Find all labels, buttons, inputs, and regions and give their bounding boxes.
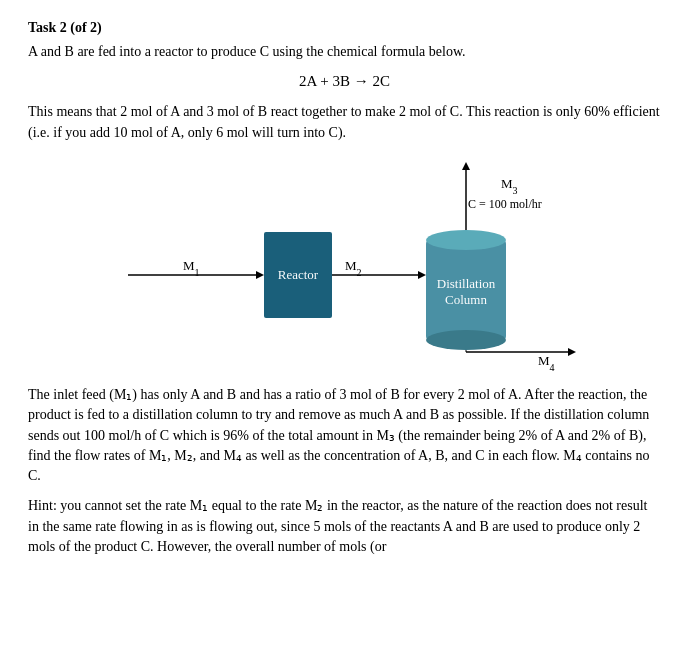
svg-point-9 xyxy=(426,330,506,350)
svg-point-8 xyxy=(426,230,506,250)
svg-text:C = 100 mol/hr: C = 100 mol/hr xyxy=(468,197,542,211)
process-diagram: M1 Reactor M2 Distillation Column M3 C =… xyxy=(28,155,661,375)
distillation-label-line1: Distillation xyxy=(437,276,496,291)
svg-text:M3: M3 xyxy=(501,176,518,196)
svg-marker-16 xyxy=(568,348,576,356)
body-text: The inlet feed (M₁) has only A and B and… xyxy=(28,385,661,486)
reactor-label: Reactor xyxy=(278,267,319,282)
svg-marker-13 xyxy=(462,162,470,170)
explanation-text: This means that 2 mol of A and 3 mol of … xyxy=(28,102,661,143)
svg-marker-2 xyxy=(256,271,264,279)
distillation-label-line2: Column xyxy=(445,292,487,307)
hint-text: Hint: you cannot set the rate M₁ equal t… xyxy=(28,496,661,557)
svg-marker-6 xyxy=(418,271,426,279)
svg-text:M4: M4 xyxy=(538,353,555,373)
formula-line: 2A + 3B → 2C xyxy=(28,71,661,93)
intro-text: A and B are fed into a reactor to produc… xyxy=(28,42,661,62)
task-title: Task 2 (of 2) xyxy=(28,18,661,38)
